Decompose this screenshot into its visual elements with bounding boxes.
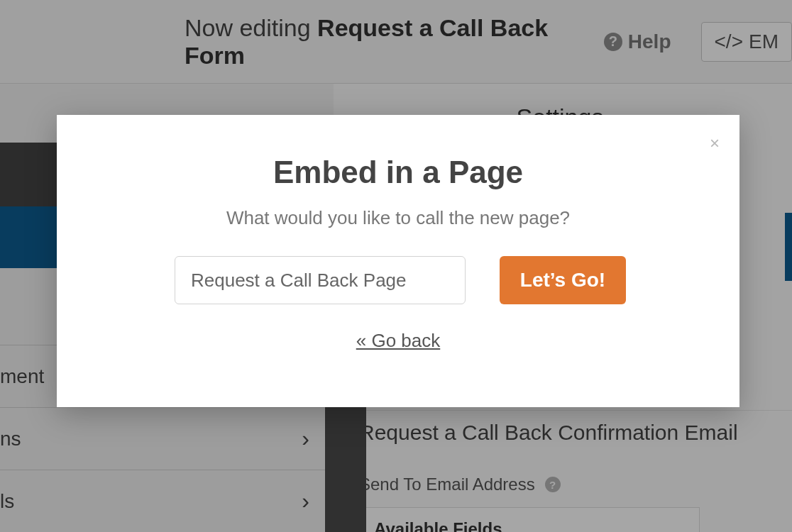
close-icon[interactable]: × (710, 135, 720, 152)
modal-title: Embed in a Page (114, 155, 683, 190)
modal-subtitle: What would you like to call the new page… (114, 207, 683, 229)
embed-modal: × Embed in a Page What would you like to… (57, 115, 739, 407)
go-back-link[interactable]: « Go back (114, 330, 683, 352)
lets-go-button[interactable]: Let’s Go! (500, 256, 626, 304)
page-name-input[interactable] (175, 256, 466, 304)
